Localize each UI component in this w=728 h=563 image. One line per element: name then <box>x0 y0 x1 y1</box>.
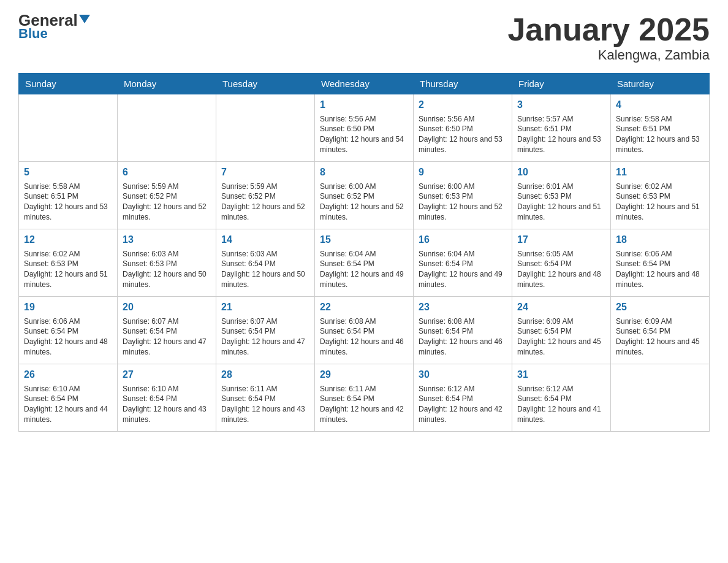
calendar-cell: 27Sunrise: 6:10 AMSunset: 6:54 PMDayligh… <box>118 364 216 432</box>
day-number: 31 <box>517 368 605 381</box>
day-info: Sunrise: 6:09 AMSunset: 6:54 PMDaylight:… <box>616 317 700 356</box>
calendar-cell: 26Sunrise: 6:10 AMSunset: 6:54 PMDayligh… <box>19 364 118 432</box>
calendar-cell <box>216 94 315 162</box>
day-number: 13 <box>123 233 211 247</box>
calendar-cell: 4Sunrise: 5:58 AMSunset: 6:51 PMDaylight… <box>611 94 710 162</box>
day-info: Sunrise: 6:00 AMSunset: 6:52 PMDaylight:… <box>320 182 404 221</box>
calendar-cell: 15Sunrise: 6:04 AMSunset: 6:54 PMDayligh… <box>315 229 414 297</box>
day-number: 30 <box>419 368 507 381</box>
logo: General Blue <box>18 12 90 42</box>
calendar-cell: 24Sunrise: 6:09 AMSunset: 6:54 PMDayligh… <box>512 297 611 364</box>
week-row-1: 1Sunrise: 5:56 AMSunset: 6:50 PMDaylight… <box>19 94 710 162</box>
day-number: 6 <box>123 166 211 179</box>
day-info: Sunrise: 5:59 AMSunset: 6:52 PMDaylight:… <box>123 182 207 221</box>
day-info: Sunrise: 6:04 AMSunset: 6:54 PMDaylight:… <box>419 250 502 289</box>
day-info: Sunrise: 6:01 AMSunset: 6:53 PMDaylight:… <box>517 182 601 221</box>
day-info: Sunrise: 6:11 AMSunset: 6:54 PMDaylight:… <box>221 385 305 424</box>
day-number: 7 <box>221 166 309 179</box>
header-cell-monday: Monday <box>118 74 216 94</box>
day-info: Sunrise: 6:11 AMSunset: 6:54 PMDaylight:… <box>320 385 404 424</box>
day-info: Sunrise: 6:03 AMSunset: 6:53 PMDaylight:… <box>123 250 207 289</box>
calendar-cell: 25Sunrise: 6:09 AMSunset: 6:54 PMDayligh… <box>611 297 710 364</box>
calendar-cell: 20Sunrise: 6:07 AMSunset: 6:54 PMDayligh… <box>118 297 216 364</box>
calendar-cell: 6Sunrise: 5:59 AMSunset: 6:52 PMDaylight… <box>118 162 216 229</box>
calendar-cell: 10Sunrise: 6:01 AMSunset: 6:53 PMDayligh… <box>512 162 611 229</box>
header-cell-friday: Friday <box>512 74 611 94</box>
day-info: Sunrise: 6:05 AMSunset: 6:54 PMDaylight:… <box>517 250 601 289</box>
day-number: 24 <box>517 301 605 314</box>
day-info: Sunrise: 5:56 AMSunset: 6:50 PMDaylight:… <box>419 115 502 154</box>
calendar-cell: 13Sunrise: 6:03 AMSunset: 6:53 PMDayligh… <box>118 229 216 297</box>
day-info: Sunrise: 6:07 AMSunset: 6:54 PMDaylight:… <box>123 317 207 356</box>
day-number: 15 <box>320 233 408 247</box>
header-cell-sunday: Sunday <box>19 74 118 94</box>
week-row-5: 26Sunrise: 6:10 AMSunset: 6:54 PMDayligh… <box>19 364 710 432</box>
calendar-cell <box>19 94 118 162</box>
calendar-cell: 2Sunrise: 5:56 AMSunset: 6:50 PMDaylight… <box>414 94 512 162</box>
header-row: SundayMondayTuesdayWednesdayThursdayFrid… <box>19 74 710 94</box>
calendar-cell: 17Sunrise: 6:05 AMSunset: 6:54 PMDayligh… <box>512 229 611 297</box>
day-info: Sunrise: 5:58 AMSunset: 6:51 PMDaylight:… <box>616 115 700 154</box>
day-number: 26 <box>24 368 112 381</box>
day-number: 11 <box>616 166 704 179</box>
title-block: January 2025 Kalengwa, Zambia <box>507 12 710 63</box>
week-row-3: 12Sunrise: 6:02 AMSunset: 6:53 PMDayligh… <box>19 229 710 297</box>
day-info: Sunrise: 6:09 AMSunset: 6:54 PMDaylight:… <box>517 317 601 356</box>
calendar-cell: 22Sunrise: 6:08 AMSunset: 6:54 PMDayligh… <box>315 297 414 364</box>
calendar-cell: 14Sunrise: 6:03 AMSunset: 6:54 PMDayligh… <box>216 229 315 297</box>
day-info: Sunrise: 6:04 AMSunset: 6:54 PMDaylight:… <box>320 250 404 289</box>
day-info: Sunrise: 6:12 AMSunset: 6:54 PMDaylight:… <box>419 385 502 424</box>
day-number: 23 <box>419 301 507 314</box>
calendar-cell: 18Sunrise: 6:06 AMSunset: 6:54 PMDayligh… <box>611 229 710 297</box>
day-info: Sunrise: 6:10 AMSunset: 6:54 PMDaylight:… <box>123 385 207 424</box>
calendar-cell: 19Sunrise: 6:06 AMSunset: 6:54 PMDayligh… <box>19 297 118 364</box>
calendar-cell: 16Sunrise: 6:04 AMSunset: 6:54 PMDayligh… <box>414 229 512 297</box>
calendar-cell: 31Sunrise: 6:12 AMSunset: 6:54 PMDayligh… <box>512 364 611 432</box>
day-number: 1 <box>320 98 408 112</box>
day-info: Sunrise: 5:56 AMSunset: 6:50 PMDaylight:… <box>320 115 404 154</box>
day-number: 9 <box>419 166 507 179</box>
day-info: Sunrise: 6:06 AMSunset: 6:54 PMDaylight:… <box>24 317 108 356</box>
calendar-cell: 3Sunrise: 5:57 AMSunset: 6:51 PMDaylight… <box>512 94 611 162</box>
day-number: 14 <box>221 233 309 247</box>
logo-sub: Blue <box>18 26 48 42</box>
calendar-cell: 12Sunrise: 6:02 AMSunset: 6:53 PMDayligh… <box>19 229 118 297</box>
calendar-cell <box>118 94 216 162</box>
day-number: 4 <box>616 98 704 112</box>
week-row-2: 5Sunrise: 5:58 AMSunset: 6:51 PMDaylight… <box>19 162 710 229</box>
day-info: Sunrise: 6:00 AMSunset: 6:53 PMDaylight:… <box>419 182 502 221</box>
day-number: 19 <box>24 301 112 314</box>
day-number: 17 <box>517 233 605 247</box>
day-info: Sunrise: 6:03 AMSunset: 6:54 PMDaylight:… <box>221 250 305 289</box>
day-number: 28 <box>221 368 309 381</box>
day-number: 22 <box>320 301 408 314</box>
calendar-cell: 21Sunrise: 6:07 AMSunset: 6:54 PMDayligh… <box>216 297 315 364</box>
day-info: Sunrise: 6:07 AMSunset: 6:54 PMDaylight:… <box>221 317 305 356</box>
day-info: Sunrise: 6:02 AMSunset: 6:53 PMDaylight:… <box>24 250 108 289</box>
calendar-cell: 9Sunrise: 6:00 AMSunset: 6:53 PMDaylight… <box>414 162 512 229</box>
header-cell-wednesday: Wednesday <box>315 74 414 94</box>
day-info: Sunrise: 6:10 AMSunset: 6:54 PMDaylight:… <box>24 385 108 424</box>
day-info: Sunrise: 5:59 AMSunset: 6:52 PMDaylight:… <box>221 182 305 221</box>
calendar-cell: 29Sunrise: 6:11 AMSunset: 6:54 PMDayligh… <box>315 364 414 432</box>
logo-triangle-icon <box>79 15 90 23</box>
day-number: 12 <box>24 233 112 247</box>
day-number: 29 <box>320 368 408 381</box>
day-number: 8 <box>320 166 408 179</box>
day-info: Sunrise: 6:02 AMSunset: 6:53 PMDaylight:… <box>616 182 700 221</box>
day-number: 18 <box>616 233 704 247</box>
calendar-table: SundayMondayTuesdayWednesdayThursdayFrid… <box>18 73 710 432</box>
day-number: 10 <box>517 166 605 179</box>
day-number: 25 <box>616 301 704 314</box>
day-info: Sunrise: 6:08 AMSunset: 6:54 PMDaylight:… <box>419 317 502 356</box>
day-number: 21 <box>221 301 309 314</box>
day-info: Sunrise: 6:12 AMSunset: 6:54 PMDaylight:… <box>517 385 601 424</box>
calendar-cell: 28Sunrise: 6:11 AMSunset: 6:54 PMDayligh… <box>216 364 315 432</box>
calendar-cell: 1Sunrise: 5:56 AMSunset: 6:50 PMDaylight… <box>315 94 414 162</box>
page-header: General Blue January 2025 Kalengwa, Zamb… <box>18 12 710 63</box>
calendar-cell <box>611 364 710 432</box>
header-cell-thursday: Thursday <box>414 74 512 94</box>
calendar-cell: 23Sunrise: 6:08 AMSunset: 6:54 PMDayligh… <box>414 297 512 364</box>
week-row-4: 19Sunrise: 6:06 AMSunset: 6:54 PMDayligh… <box>19 297 710 364</box>
day-number: 16 <box>419 233 507 247</box>
